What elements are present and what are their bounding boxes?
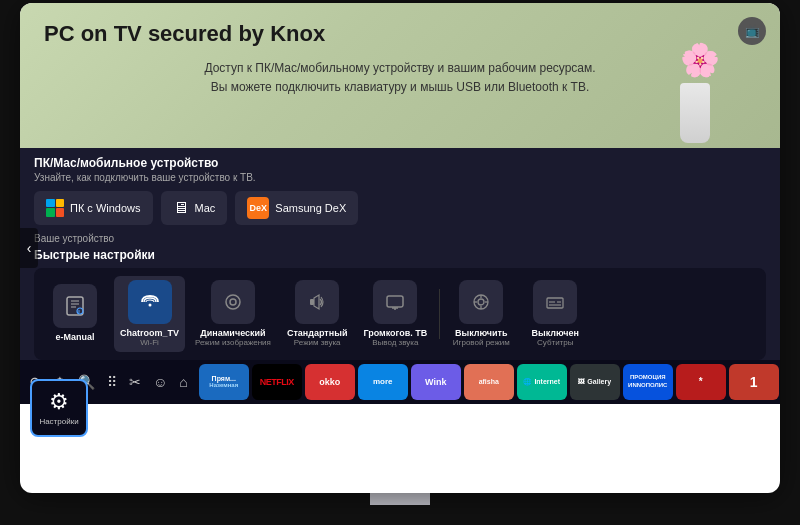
settings-label: Настройки (39, 417, 78, 426)
qs-item-dynamic[interactable]: Динамический Режим изображения (189, 276, 277, 352)
tv-frame: PC on TV secured by Knox Доступ к ПК/Mac… (20, 3, 780, 493)
app-tile-promo1[interactable]: ПРОМОЦИЯИNNОПОЛИС (623, 364, 673, 400)
app-tile-pryam[interactable]: Прям... Наземная (199, 364, 249, 400)
qs-label-dynamic: Динамический (200, 328, 265, 339)
svg-point-6 (148, 303, 151, 306)
qs-label-chatroom: Chatroom_TV (120, 328, 179, 339)
svg-rect-10 (387, 296, 403, 307)
qs-label-gamemode: Выключить (455, 328, 508, 339)
qs-sublabel-tvsound: Вывод звука (372, 338, 418, 348)
win-sq3 (46, 208, 55, 217)
quick-settings-section: Быстрые настройки e e-Manual (34, 248, 766, 360)
app-tile-gallery[interactable]: 🖼 Gallery (570, 364, 620, 400)
dex-option-label: Samsung DeX (275, 202, 346, 214)
app-tile-more[interactable]: more (358, 364, 408, 400)
mac-option-label: Mac (195, 202, 216, 214)
nav-smiley-icon[interactable]: ☺ (151, 372, 169, 392)
arrow-left[interactable]: ‹ (20, 228, 38, 268)
qs-item-emanual[interactable]: e e-Manual (40, 280, 110, 347)
app-tile-afisha[interactable]: afisha (464, 364, 514, 400)
device-option-dex[interactable]: DeX Samsung DeX (235, 191, 358, 225)
qs-icon-subtitles (533, 280, 577, 324)
banner-title: PC on TV secured by Knox (44, 21, 756, 47)
svg-point-7 (226, 295, 240, 309)
app-tile-netflix[interactable]: NETFLIX (252, 364, 302, 400)
qs-label-subtitles: Выключен (532, 328, 580, 339)
win-sq2 (56, 199, 65, 208)
qs-label-standard: Стандартный (287, 328, 348, 339)
quick-settings-bar: e e-Manual (34, 268, 766, 360)
mac-icon: 🖥 (173, 199, 189, 217)
qs-item-gamemode[interactable]: Выключить Игровой режим (446, 276, 516, 352)
qs-sublabel-dynamic: Режим изображения (195, 338, 271, 348)
svg-rect-19 (547, 298, 563, 308)
qs-sublabel-standard: Режим звука (294, 338, 341, 348)
qs-item-subtitles[interactable]: Выключен Субтитры (520, 276, 590, 352)
qs-sublabel-chatroom: Wi-Fi (140, 338, 159, 348)
banner-decoration: 🌸 (660, 13, 740, 143)
qs-icon-dynamic (211, 280, 255, 324)
qs-icon-gamemode (459, 280, 503, 324)
nav-grid-icon[interactable]: ⠿ (105, 372, 119, 392)
qs-icon-chatroom (128, 280, 172, 324)
your-device-label: Ваше устройство (34, 233, 766, 244)
svg-rect-9 (310, 299, 314, 305)
app-tile-internet[interactable]: 🌐 Internet (517, 364, 567, 400)
qs-sublabel-gamemode: Игровой режим (453, 338, 510, 348)
svg-point-8 (230, 299, 236, 305)
device-section: ПК/Mac/мобильное устройство Узнайте, как… (34, 156, 766, 244)
quick-settings-label: Быстрые настройки (34, 248, 766, 262)
settings-button[interactable]: ⚙ Настройки (30, 379, 88, 437)
device-options: ПК с Windows 🖥 Mac DeX Samsung DeX (34, 191, 766, 225)
qs-icon-standard (295, 280, 339, 324)
qs-sublabel-subtitles: Субтитры (537, 338, 573, 348)
qs-icon-emanual: e (53, 284, 97, 328)
nav-home-icon[interactable]: ⌂ (177, 372, 189, 392)
qs-divider (439, 289, 440, 339)
qs-item-chatroom[interactable]: Chatroom_TV Wi-Fi (114, 276, 185, 352)
qs-icon-tvsound (373, 280, 417, 324)
stand-neck (370, 493, 430, 505)
win-sq4 (56, 208, 65, 217)
banner-text: Доступ к ПК/Mac/мобильному устройству и … (44, 59, 756, 97)
qs-label-emanual: e-Manual (55, 332, 94, 343)
device-option-mac[interactable]: 🖥 Mac (161, 191, 228, 225)
pc-option-label: ПК с Windows (70, 202, 141, 214)
tv-notification-icon[interactable]: 📺 (738, 17, 766, 45)
windows-icon (46, 199, 64, 217)
settings-gear-icon: ⚙ (49, 389, 69, 415)
app-tile-promo2[interactable]: * (676, 364, 726, 400)
svg-point-14 (478, 299, 484, 305)
win-sq1 (46, 199, 55, 208)
banner: PC on TV secured by Knox Доступ к ПК/Mac… (20, 3, 780, 148)
device-section-subtitle: Узнайте, как подключить ваше устройство … (34, 172, 766, 183)
svg-rect-0 (67, 297, 83, 315)
nav-scissors-icon[interactable]: ✂ (127, 372, 143, 392)
qs-label-tvsound: Громкогов. ТВ (363, 328, 427, 339)
svg-text:e: e (78, 308, 81, 314)
app-tile-okko[interactable]: okko (305, 364, 355, 400)
qs-item-tvsound[interactable]: Громкогов. ТВ Вывод звука (357, 276, 433, 352)
device-option-pc[interactable]: ПК с Windows (34, 191, 153, 225)
qs-item-standard[interactable]: Стандартный Режим звука (281, 276, 354, 352)
app-bar: ⟳ ❄ 🔍 ⠿ ✂ ☺ ⌂ Прям... Наземная NETFLIX o… (20, 360, 780, 404)
device-section-title: ПК/Mac/мобильное устройство (34, 156, 766, 170)
dex-icon: DeX (247, 197, 269, 219)
tv-stand (370, 493, 430, 523)
app-tile-tv1[interactable]: 1 (729, 364, 779, 400)
app-tile-wink[interactable]: Wink (411, 364, 461, 400)
